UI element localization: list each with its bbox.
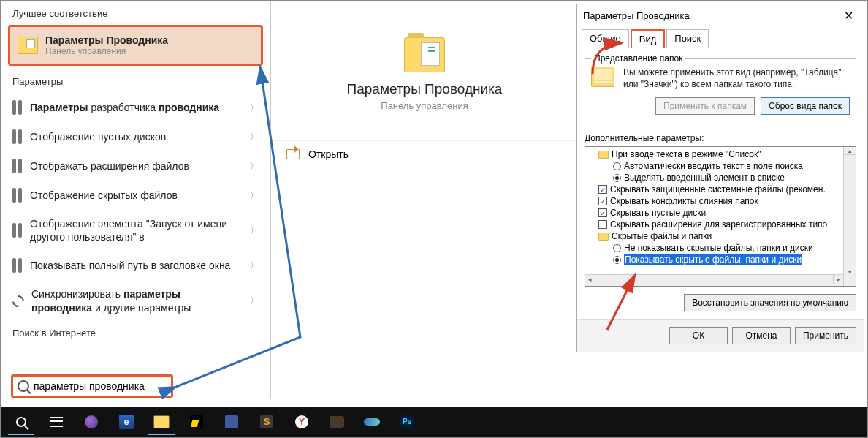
chevron-right-icon: 〉 [250, 260, 259, 272]
tree-group-list-input[interactable]: При вводе текста в режиме "Список" [588, 148, 853, 160]
settings-icon [12, 129, 23, 144]
settings-item-label: Синхронизировать параметры проводника и … [31, 287, 243, 314]
folder-views-legend: Представление папок [591, 53, 685, 64]
detail-action-label: Открыть [308, 148, 349, 160]
cancel-button[interactable]: Отмена [732, 327, 791, 344]
reset-folders-button[interactable]: Сброс вида папок [761, 97, 850, 115]
folder-options-large-icon [404, 37, 445, 72]
start-search-panel: Лучшее соответствие Параметры Проводника… [1, 1, 271, 399]
best-match-result[interactable]: Параметры Проводника Панель управления [8, 25, 263, 66]
tab-view[interactable]: Вид [631, 29, 666, 48]
taskbar-photo-icon[interactable] [321, 409, 353, 435]
taskbar-ydisk-icon[interactable] [180, 409, 213, 435]
settings-item-run-as-user[interactable]: Отображение элемента "Запуск от имени др… [1, 210, 270, 251]
best-match-header: Лучшее соответствие [1, 1, 270, 25]
radio-icon [613, 174, 621, 182]
search-icon [18, 380, 29, 392]
settings-item-label: Показывать полный путь в заголовке окна [30, 259, 243, 272]
taskbar-taskview-icon[interactable] [40, 409, 72, 435]
taskbar-edge-icon[interactable]: e [110, 409, 142, 435]
settings-icon [12, 159, 23, 173]
folder-views-text: Вы можете применить этот вид (например, … [623, 67, 850, 90]
detail-action-open[interactable]: Открыть [272, 140, 577, 167]
tree-check-hide-merge[interactable]: ✓Скрывать конфликты слияния папок [588, 195, 853, 207]
folder-icon [591, 67, 614, 87]
taskbar-ybrowser-icon[interactable]: Y [286, 409, 318, 435]
radio-icon [613, 244, 621, 252]
settings-item-label: Отображать расширения файлов [30, 159, 243, 173]
taskbar-sublime-icon[interactable]: S [251, 409, 283, 435]
taskbar-ps-icon[interactable]: Ps [391, 409, 423, 435]
start-search-input[interactable] [34, 380, 167, 392]
checkbox-icon: ✓ [598, 208, 607, 217]
settings-item-label: Отображение пустых дисков [30, 130, 243, 143]
dialog-titlebar: Параметры Проводника ✕ [577, 4, 864, 27]
settings-item-sync[interactable]: Синхронизировать параметры проводника и … [1, 280, 270, 321]
checkbox-icon [598, 220, 607, 229]
folder-options-dialog: Параметры Проводника ✕ Общие Вид Поиск П… [576, 4, 864, 352]
chevron-right-icon: 〉 [250, 102, 259, 114]
apply-to-folders-button[interactable]: Применить к папкам [655, 97, 755, 115]
chevron-right-icon: 〉 [250, 295, 259, 307]
settings-item-hidden-files[interactable]: Отображение скрытых файлов 〉 [1, 181, 270, 210]
close-icon[interactable]: ✕ [840, 9, 858, 23]
checkbox-icon: ✓ [598, 185, 607, 194]
settings-item-dev-explorer[interactable]: Параметры разработчика проводника 〉 [1, 93, 270, 122]
horizontal-scrollbar[interactable] [585, 274, 843, 286]
folder-options-icon [18, 37, 38, 54]
settings-icon [12, 188, 23, 203]
checkbox-icon: ✓ [598, 197, 607, 205]
folder-views-group: Представление папок Вы можете применить … [585, 58, 856, 124]
tree-check-hide-empty[interactable]: ✓Скрывать пустые диски [588, 207, 853, 219]
settings-item-label: Отображение элемента "Запуск от имени др… [30, 217, 243, 243]
open-icon [286, 149, 300, 159]
tree-radio-dont-show[interactable]: Не показывать скрытые файлы, папки и дис… [588, 242, 853, 254]
advanced-label: Дополнительные параметры: [585, 133, 856, 143]
detail-title: Параметры Проводника [272, 81, 577, 97]
dialog-title-text: Параметры Проводника [583, 10, 690, 21]
tree-radio-show-hidden[interactable]: Показывать скрытые файлы, папки и диски [588, 254, 853, 265]
taskbar-search-icon[interactable] [5, 409, 37, 435]
chevron-right-icon: 〉 [250, 160, 259, 173]
settings-item-file-extensions[interactable]: Отображать расширения файлов 〉 [1, 151, 270, 181]
tree-check-hide-system[interactable]: ✓Скрывать защищенные системные файлы (ре… [588, 184, 853, 195]
ok-button[interactable]: ОК [669, 327, 728, 344]
group-header-settings: Параметры [1, 70, 270, 93]
folder-icon [598, 233, 609, 241]
group-header-web: Поиск в Интернете [1, 322, 270, 344]
radio-icon [613, 256, 621, 264]
settings-icon [12, 223, 23, 238]
tree-group-hidden[interactable]: Скрытые файлы и папки [588, 230, 853, 242]
chevron-right-icon: 〉 [250, 189, 259, 202]
tab-general[interactable]: Общие [582, 29, 629, 48]
settings-item-label: Параметры разработчика проводника [30, 101, 243, 114]
advanced-tree[interactable]: При вводе текста в режиме "Список" Автом… [585, 146, 856, 287]
folder-icon [598, 151, 609, 159]
dialog-tabs: Общие Вид Поиск [577, 27, 864, 48]
chevron-right-icon: 〉 [250, 131, 259, 143]
tree-check-hide-ext[interactable]: Скрывать расширения для зарегистрированн… [588, 219, 853, 230]
taskbar-alice-icon[interactable] [75, 409, 107, 435]
vertical-scrollbar[interactable] [843, 147, 856, 286]
settings-icon [12, 100, 23, 115]
radio-icon [613, 162, 621, 170]
restore-defaults-button[interactable]: Восстановить значения по умолчанию [684, 294, 856, 311]
sync-icon [10, 292, 27, 309]
start-search-input-wrap[interactable] [11, 374, 173, 398]
settings-item-label: Отображение скрытых файлов [30, 189, 243, 202]
dialog-footer: ОК Отмена Применить [577, 319, 864, 352]
taskbar-calc-icon[interactable] [216, 409, 248, 435]
settings-item-empty-drives[interactable]: Отображение пустых дисков 〉 [1, 122, 270, 151]
detail-subtitle: Панель управления [272, 100, 577, 111]
taskbar-swoosh-icon[interactable] [356, 409, 388, 435]
best-match-title: Параметры Проводника [45, 34, 168, 46]
search-detail-panel: Параметры Проводника Панель управления О… [272, 1, 577, 399]
tab-search[interactable]: Поиск [666, 29, 709, 48]
tree-radio-auto-search[interactable]: Автоматически вводить текст в поле поиск… [588, 160, 853, 172]
settings-item-full-path[interactable]: Показывать полный путь в заголовке окна … [1, 251, 270, 280]
apply-button[interactable]: Применить [795, 327, 856, 344]
tree-radio-select-typed[interactable]: Выделять введенный элемент в списке [588, 172, 853, 184]
settings-icon [12, 258, 23, 273]
taskbar-explorer-icon[interactable] [145, 409, 178, 435]
best-match-subtitle: Панель управления [45, 46, 168, 56]
